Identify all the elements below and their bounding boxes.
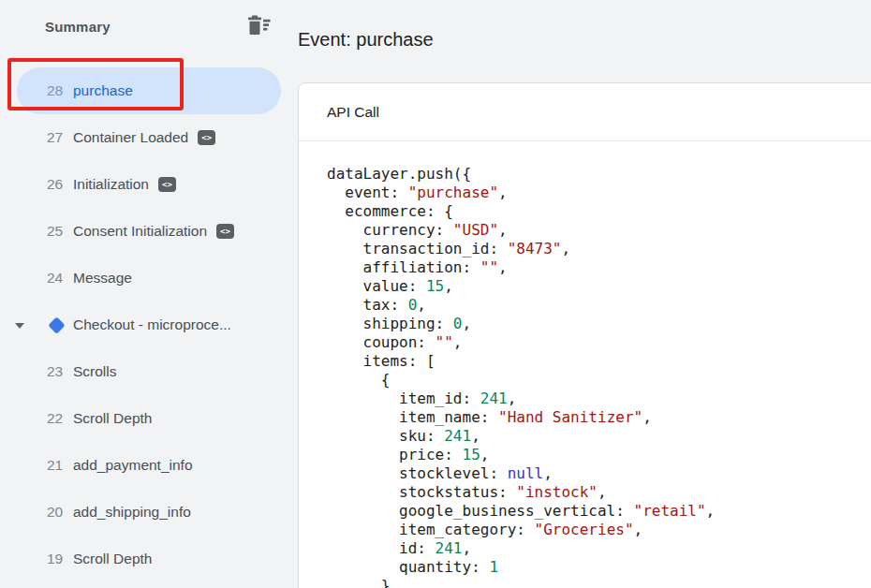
code-line: item_id: 241, (327, 390, 871, 408)
code-badge-icon: <> (158, 177, 176, 192)
event-row-container-loaded[interactable]: 27Container Loaded<> (0, 114, 290, 161)
event-row-message[interactable]: 24Message (0, 255, 290, 301)
code-line: price: 15, (327, 446, 871, 464)
api-call-card: API Call dataLayer.push({ event: "purcha… (298, 82, 871, 588)
event-number: 21 (47, 457, 73, 474)
code-line: value: 15, (327, 277, 871, 296)
code-line: event: "purchase", (327, 184, 871, 202)
diamond-shape (48, 316, 65, 333)
event-row-add-payment-info[interactable]: 21add_payment_info (0, 442, 290, 489)
code-line: item_category: "Groceries", (327, 521, 871, 539)
code-line: id: 241, (327, 539, 871, 558)
event-label: Scroll Depth (73, 410, 152, 427)
code-line: affiliation: "", (327, 258, 871, 277)
event-number: 24 (47, 270, 73, 287)
code-line: google_business_vertical: "retail", (327, 502, 871, 521)
event-row-scrolls[interactable]: 23Scrolls (0, 348, 290, 395)
event-label: add_shipping_info (73, 504, 191, 521)
event-row-scroll-depth[interactable]: 22Scroll Depth (0, 395, 290, 442)
event-row-scroll-depth[interactable]: 19Scroll Depth (0, 536, 290, 582)
event-row-initialization[interactable]: 26Initialization<> (0, 161, 290, 208)
code-line: shipping: 0, (327, 315, 871, 333)
event-number: 20 (47, 504, 73, 521)
event-label: Scroll Depth (73, 551, 152, 567)
event-row-consent-initialization[interactable]: 25Consent Initialization<> (0, 208, 290, 255)
event-row-add-shipping-info[interactable]: 20add_shipping_info (0, 489, 290, 536)
code-line: tax: 0, (327, 296, 871, 315)
code-line: items: [ (327, 352, 871, 371)
code-line: { (327, 371, 871, 390)
event-number: 28 (47, 82, 73, 99)
code-line: dataLayer.push({ (327, 165, 871, 184)
event-label: Initialization (73, 176, 149, 193)
event-label: Checkout - microproce... (73, 316, 231, 333)
event-label: Message (73, 270, 132, 287)
event-number: 22 (47, 410, 73, 427)
page-title: Event: purchase (298, 29, 434, 51)
trigger-diamond-icon (47, 316, 66, 334)
code-line: stockstatus: "instock", (327, 483, 871, 502)
code-badge-icon: <> (198, 130, 215, 145)
api-call-title: API Call (327, 104, 379, 121)
code-line: sku: 241, (327, 427, 871, 446)
code-badge-icon: <> (216, 224, 234, 239)
event-row-purchase[interactable]: 28purchase (0, 67, 290, 114)
event-number: 26 (47, 176, 73, 193)
event-label: Scrolls (73, 363, 117, 380)
code-line: quantity: 1 (327, 558, 871, 577)
api-call-card-header: API Call (299, 83, 871, 141)
code-line: } (327, 577, 871, 588)
event-number: 27 (47, 129, 73, 146)
code-line: stocklevel: null, (327, 464, 871, 483)
clear-messages-icon[interactable] (244, 14, 273, 40)
code-line: item_name: "Hand Sanitizer", (327, 408, 871, 427)
chevron-down-icon[interactable] (15, 323, 24, 329)
trigger-group-row-checkout-microproce[interactable]: Checkout - microproce... (0, 301, 290, 348)
datalayer-code-block: dataLayer.push({ event: "purchase", ecom… (299, 141, 871, 588)
summary-sidebar: Summary 28purchase27Container Loaded<>26… (0, 0, 290, 588)
event-list: 28purchase27Container Loaded<>26Initiali… (0, 67, 290, 582)
sidebar-header: Summary (0, 0, 290, 52)
code-line: transaction_id: "8473", (327, 240, 871, 258)
summary-title: Summary (45, 19, 111, 35)
event-label: Consent Initialization (73, 223, 207, 240)
event-label: Container Loaded (73, 129, 188, 146)
event-number: 19 (47, 551, 73, 567)
event-label: purchase (73, 82, 133, 99)
code-line: currency: "USD", (327, 221, 871, 240)
code-line: ecommerce: { (327, 202, 871, 221)
event-number: 25 (47, 223, 73, 240)
code-line: coupon: "", (327, 333, 871, 352)
event-number: 23 (47, 363, 73, 380)
event-label: add_payment_info (73, 457, 193, 474)
